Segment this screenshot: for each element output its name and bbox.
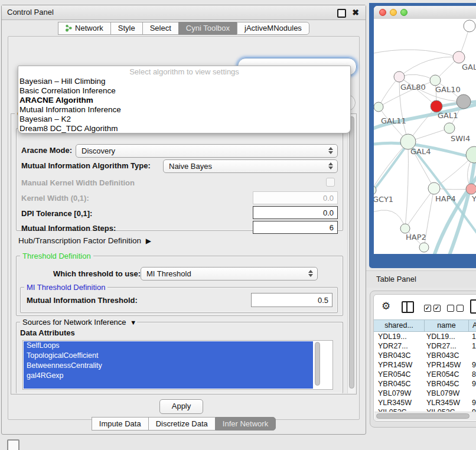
list-scrollbar-thumb[interactable] bbox=[315, 342, 320, 386]
combo-arrows-icon bbox=[308, 270, 313, 277]
network-node-label: GCY1 bbox=[374, 195, 393, 204]
table-row[interactable]: YDR27... YDR27... 12 bbox=[374, 341, 476, 351]
scrollbar-thumb[interactable] bbox=[349, 116, 354, 389]
network-node[interactable] bbox=[428, 182, 440, 194]
tab[interactable]: Network bbox=[58, 22, 110, 35]
bottom-tab-label: Discretize Data bbox=[156, 418, 208, 430]
table-row[interactable]: YBR045C YBR045C 9. bbox=[374, 379, 476, 389]
attribute-item[interactable]: BetweennessCentrality bbox=[23, 361, 332, 371]
network-icon bbox=[66, 25, 72, 32]
network-node[interactable] bbox=[464, 20, 475, 32]
table-row[interactable]: YPR145W YPR145W 9. bbox=[374, 360, 476, 370]
network-node-label: Y bbox=[471, 194, 476, 203]
tab-label: jActiveMNodules bbox=[244, 22, 302, 34]
apply-button[interactable]: Apply bbox=[159, 399, 203, 414]
table-row[interactable]: YDL19... YDL19... 13 bbox=[374, 332, 476, 341]
tab[interactable]: Style bbox=[110, 22, 142, 35]
mi-steps-input[interactable]: 6 bbox=[253, 221, 338, 234]
sources-group-title[interactable]: Sources for Network Inference ▼ bbox=[20, 318, 137, 327]
network-node[interactable] bbox=[394, 71, 405, 82]
mi-threshold-group-title: MI Threshold Definition bbox=[24, 283, 107, 292]
network-view-frame: GALGAL80GAL10GAL1GAL11SWI4GAL4HAP4YGCY1H… bbox=[369, 3, 476, 268]
gear-icon[interactable]: ⚙ bbox=[382, 300, 390, 312]
bottom-tab[interactable]: Discretize Data bbox=[148, 417, 215, 431]
top-tabbar: Network Style Select Cyni Toolbox jActiv… bbox=[2, 22, 366, 35]
settings-scrollbar[interactable] bbox=[347, 115, 356, 393]
algorithm-option[interactable]: ARACNE Algorithm bbox=[18, 96, 350, 105]
close-window-icon[interactable]: ✖ bbox=[352, 6, 359, 18]
column-header[interactable]: A bbox=[469, 320, 476, 331]
tab[interactable]: Select bbox=[142, 22, 178, 35]
network-node[interactable] bbox=[444, 123, 455, 133]
network-canvas[interactable]: GALGAL80GAL10GAL1GAL11SWI4GAL4HAP4YGCY1H… bbox=[374, 19, 476, 254]
aracne-mode-combobox[interactable]: Discovery bbox=[76, 144, 338, 158]
attribute-item[interactable]: gal4RGexp bbox=[23, 371, 332, 381]
network-window-titlebar bbox=[374, 6, 476, 19]
cell-name: YPR145W bbox=[425, 360, 469, 370]
panel-title: Control Panel bbox=[7, 5, 54, 19]
checked-box-icon[interactable]: ✓ bbox=[424, 305, 431, 312]
control-panel-window: Control Panel ✖ Network Style Select Cyn… bbox=[1, 5, 366, 435]
table-row[interactable]: YBL079W YBL079W bbox=[374, 389, 476, 398]
mi-threshold-input[interactable]: 0.5 bbox=[251, 293, 332, 307]
manual-kernel-checkbox[interactable] bbox=[326, 178, 335, 187]
algorithm-option[interactable]: Bayesian – K2 bbox=[18, 115, 350, 124]
network-node[interactable] bbox=[419, 243, 429, 252]
attribute-item[interactable]: SelfLoops bbox=[23, 341, 332, 351]
algorithm-option[interactable]: Dream8 DC_TDC Algorithm bbox=[18, 124, 350, 133]
float-window-icon[interactable] bbox=[337, 9, 346, 18]
network-node[interactable] bbox=[374, 102, 383, 112]
network-node[interactable] bbox=[400, 224, 410, 233]
column-header[interactable]: shared... bbox=[374, 320, 425, 331]
threshold-definition-title: Threshold Definition bbox=[20, 252, 93, 260]
table-row[interactable]: YER054C YER054C 8. bbox=[374, 370, 476, 379]
new-table-icon[interactable] bbox=[470, 299, 476, 314]
which-threshold-label: Which threshold to use: bbox=[53, 269, 141, 278]
attribute-item[interactable]: TopologicalCoefficient bbox=[23, 351, 332, 361]
algorithm-option[interactable]: Bayesian – Hill Climbing bbox=[18, 77, 350, 86]
network-node[interactable] bbox=[466, 184, 476, 194]
mac-close-icon[interactable] bbox=[379, 9, 386, 16]
network-node[interactable] bbox=[453, 51, 465, 63]
cell-shared-name: YLR345W bbox=[374, 398, 425, 407]
aracne-mode-value: Discovery bbox=[81, 146, 115, 155]
unchecked-box-icon[interactable] bbox=[457, 305, 464, 312]
scrollbar-thumb[interactable] bbox=[376, 413, 470, 419]
bottom-tab-label: Impute Data bbox=[99, 418, 141, 430]
network-node[interactable] bbox=[457, 94, 471, 109]
table-row[interactable]: YLR345W YLR345W 9. bbox=[374, 398, 476, 407]
network-node[interactable] bbox=[431, 100, 442, 112]
cell-value bbox=[469, 389, 476, 398]
hub-definition-label: Hub/Transcription Factor Definition bbox=[18, 236, 141, 245]
dpi-tolerance-input[interactable]: 0.0 bbox=[253, 206, 338, 219]
cell-name: YDR27... bbox=[425, 341, 469, 351]
which-threshold-combobox[interactable]: MI Threshold bbox=[141, 267, 318, 281]
network-node[interactable] bbox=[430, 75, 441, 86]
bottom-tab[interactable]: Impute Data bbox=[92, 417, 148, 431]
mini-table-icon[interactable] bbox=[7, 439, 19, 450]
data-attributes-list[interactable]: SelfLoopsTopologicalCoefficientBetweenne… bbox=[22, 340, 333, 390]
columns-icon[interactable] bbox=[402, 301, 414, 313]
hub-definition-toggle[interactable]: Hub/Transcription Factor Definition ▶ bbox=[18, 236, 149, 245]
column-header[interactable]: name bbox=[425, 320, 469, 331]
checked-box-icon[interactable]: ✓ bbox=[433, 305, 441, 312]
tab-label: Select bbox=[150, 22, 171, 34]
table-row[interactable]: YBR043C YBR043C bbox=[374, 351, 476, 360]
cell-value: 13 bbox=[469, 332, 476, 341]
tab[interactable]: Cyni Toolbox bbox=[178, 22, 237, 35]
table-horizontal-scrollbar[interactable] bbox=[374, 412, 476, 420]
unchecked-box-icon[interactable] bbox=[447, 305, 454, 312]
tab[interactable]: jActiveMNodules bbox=[237, 22, 309, 35]
algorithm-option[interactable]: Mutual Information Inference bbox=[18, 105, 350, 115]
mac-minimize-icon[interactable] bbox=[390, 9, 397, 16]
cell-shared-name: YDR27... bbox=[374, 341, 425, 351]
kernel-width-input[interactable]: 0.0 bbox=[253, 191, 338, 204]
algorithm-option[interactable]: Basic Correlation Inference bbox=[18, 86, 350, 96]
cell-name: YBR043C bbox=[425, 351, 469, 360]
cell-value: 12 bbox=[469, 341, 476, 351]
network-node[interactable] bbox=[466, 146, 476, 163]
mi-type-value: Naive Bayes bbox=[169, 162, 212, 171]
mac-zoom-icon[interactable] bbox=[400, 9, 407, 16]
bottom-tab[interactable]: Infer Network bbox=[215, 417, 276, 431]
mi-type-combobox[interactable]: Naive Bayes bbox=[163, 159, 338, 173]
